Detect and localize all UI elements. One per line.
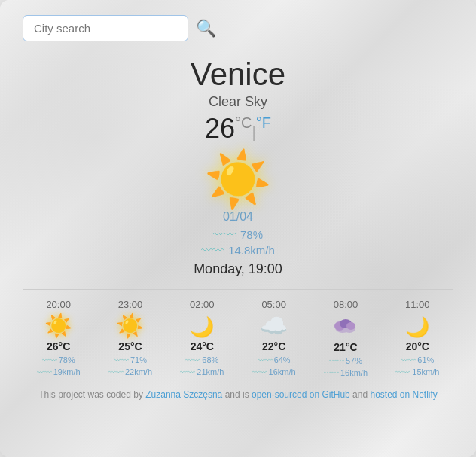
hourly-item: 08:00 21°C 〰〰 57% 〰〰 16km/h bbox=[310, 299, 381, 377]
hourly-icon-sun: ☀️ bbox=[116, 313, 144, 337]
hourly-time: 05:00 bbox=[261, 299, 286, 310]
wind-icon: 〰〰 bbox=[201, 244, 224, 257]
unit-fahrenheit: °F bbox=[256, 114, 271, 131]
temperature-row: 26°C|°F bbox=[23, 113, 453, 145]
date: 01/04 bbox=[23, 210, 453, 224]
hourly-wind: 〰〰 22km/h bbox=[108, 367, 152, 376]
hourly-wind: 〰〰 19km/h bbox=[37, 367, 81, 376]
hourly-icon-cloud-purple bbox=[332, 313, 359, 338]
github-link[interactable]: open-sourced on GitHub bbox=[252, 389, 350, 400]
hourly-temp: 21°C bbox=[334, 341, 357, 353]
hourly-wind: 〰〰 21km/h bbox=[180, 367, 224, 376]
search-row: 🔍 bbox=[23, 15, 453, 41]
search-input[interactable] bbox=[23, 15, 188, 41]
author-link[interactable]: Zuzanna Szczęsna bbox=[145, 389, 222, 400]
footer-text-before: This project was coded by bbox=[38, 389, 145, 400]
city-name: Venice bbox=[23, 56, 453, 93]
hourly-humidity: 〰〰 61% bbox=[401, 355, 434, 364]
weather-icon-sun: ☀️ bbox=[23, 152, 453, 206]
hourly-temp: 24°C bbox=[191, 340, 214, 352]
hourly-temp: 26°C bbox=[47, 340, 70, 352]
search-icon[interactable]: 🔍 bbox=[196, 19, 216, 38]
hourly-temp: 20°C bbox=[406, 340, 429, 352]
hourly-item: 11:00 🌙 20°C 〰〰 61% 〰〰 15km/h bbox=[382, 299, 453, 376]
hourly-item: 02:00 🌙 24°C 〰〰 68% 〰〰 21km/h bbox=[166, 299, 238, 376]
footer: This project was coded by Zuzanna Szczęs… bbox=[23, 389, 453, 400]
hourly-wind: 〰〰 16km/h bbox=[324, 368, 368, 377]
hourly-temp: 25°C bbox=[118, 340, 142, 352]
hourly-time: 23:00 bbox=[118, 299, 143, 310]
temperature-value: 26 bbox=[205, 113, 235, 144]
hourly-time: 02:00 bbox=[190, 299, 215, 310]
hourly-icon-moon: 🌙 bbox=[190, 313, 214, 337]
svg-point-4 bbox=[346, 322, 355, 330]
humidity-row: 〰〰 78% bbox=[23, 228, 453, 241]
current-time: Monday, 19:00 bbox=[23, 261, 453, 277]
hourly-humidity: 〰〰 64% bbox=[258, 355, 291, 364]
hourly-icon-moon-small: 🌙 bbox=[405, 313, 429, 337]
hourly-humidity: 〰〰 57% bbox=[329, 356, 362, 365]
unit-celsius: °C bbox=[235, 114, 252, 131]
weather-card: 🔍 Venice Clear Sky 26°C|°F ☀️ 01/04 〰〰 7… bbox=[0, 0, 476, 457]
footer-text-middle: and is bbox=[222, 389, 252, 400]
humidity-value: 78% bbox=[240, 228, 263, 241]
hourly-item: 23:00 ☀️ 25°C 〰〰 71% 〰〰 22km/h bbox=[94, 299, 166, 376]
hourly-time: 20:00 bbox=[46, 299, 71, 310]
netlify-link[interactable]: hosted on Netlify bbox=[370, 389, 437, 400]
divider bbox=[23, 289, 453, 290]
hourly-wind: 〰〰 16km/h bbox=[252, 367, 296, 376]
hourly-humidity: 〰〰 68% bbox=[185, 355, 218, 364]
hourly-item: 20:00 ☀️ 26°C 〰〰 78% 〰〰 19km/h bbox=[23, 299, 94, 376]
hourly-icon-cloud: ☁️ bbox=[260, 313, 288, 337]
hourly-icon-sun: ☀️ bbox=[44, 313, 72, 337]
humidity-icon: 〰〰 bbox=[213, 228, 236, 241]
hourly-humidity: 〰〰 71% bbox=[114, 355, 147, 364]
hourly-item: 05:00 ☁️ 22°C 〰〰 64% 〰〰 16km/h bbox=[238, 299, 310, 376]
hourly-wind: 〰〰 15km/h bbox=[395, 367, 439, 376]
footer-text-end: and bbox=[350, 389, 371, 400]
wind-row: 〰〰 14.8km/h bbox=[23, 244, 453, 257]
main-weather: Venice Clear Sky 26°C|°F ☀️ 01/04 〰〰 78%… bbox=[23, 56, 453, 377]
hourly-temp: 22°C bbox=[262, 340, 285, 352]
hourly-humidity: 〰〰 78% bbox=[42, 355, 75, 364]
wind-value: 14.8km/h bbox=[228, 244, 275, 257]
hourly-forecast: 20:00 ☀️ 26°C 〰〰 78% 〰〰 19km/h 23:00 ☀️ … bbox=[23, 299, 453, 377]
weather-description: Clear Sky bbox=[23, 94, 453, 110]
hourly-time: 08:00 bbox=[334, 299, 359, 310]
hourly-time: 11:00 bbox=[405, 299, 430, 310]
